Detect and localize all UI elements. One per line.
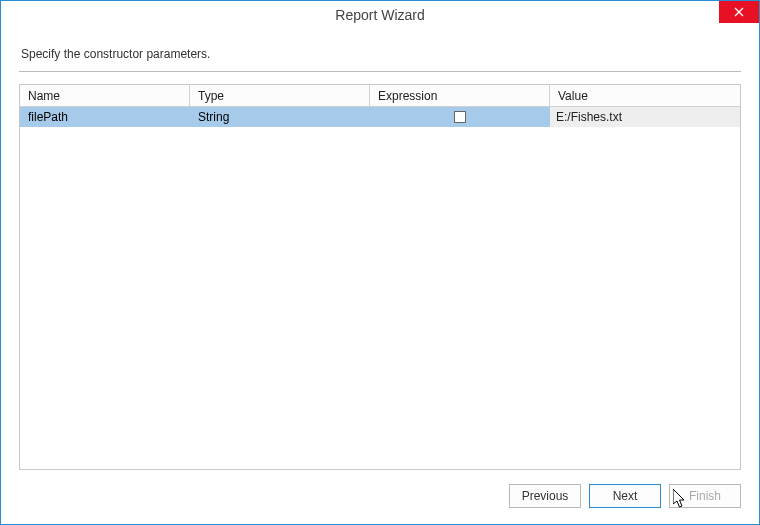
table-header: Name Type Expression Value	[20, 85, 740, 107]
close-button[interactable]	[719, 1, 759, 23]
content-area: Specify the constructor parameters. Name…	[1, 29, 759, 524]
separator	[19, 71, 741, 72]
column-header-type[interactable]: Type	[190, 85, 370, 106]
wizard-footer: Previous Next Finish	[19, 470, 741, 510]
cell-value	[550, 107, 740, 127]
titlebar: Report Wizard	[1, 1, 759, 29]
close-icon	[734, 7, 744, 17]
cell-name: filePath	[20, 107, 190, 127]
column-header-expression[interactable]: Expression	[370, 85, 550, 106]
cell-type: String	[190, 107, 370, 127]
wizard-window: Report Wizard Specify the constructor pa…	[0, 0, 760, 525]
previous-button[interactable]: Previous	[509, 484, 581, 508]
instruction-text: Specify the constructor parameters.	[19, 39, 741, 71]
cell-expression	[370, 107, 550, 127]
window-title: Report Wizard	[335, 7, 424, 23]
value-input[interactable]	[550, 107, 740, 127]
next-button[interactable]: Next	[589, 484, 661, 508]
table-row[interactable]: filePath String	[20, 107, 740, 127]
table-body: filePath String	[20, 107, 740, 469]
parameters-table: Name Type Expression Value filePath Stri…	[19, 84, 741, 470]
expression-checkbox[interactable]	[454, 111, 466, 123]
column-header-name[interactable]: Name	[20, 85, 190, 106]
finish-button: Finish	[669, 484, 741, 508]
column-header-value[interactable]: Value	[550, 85, 740, 106]
